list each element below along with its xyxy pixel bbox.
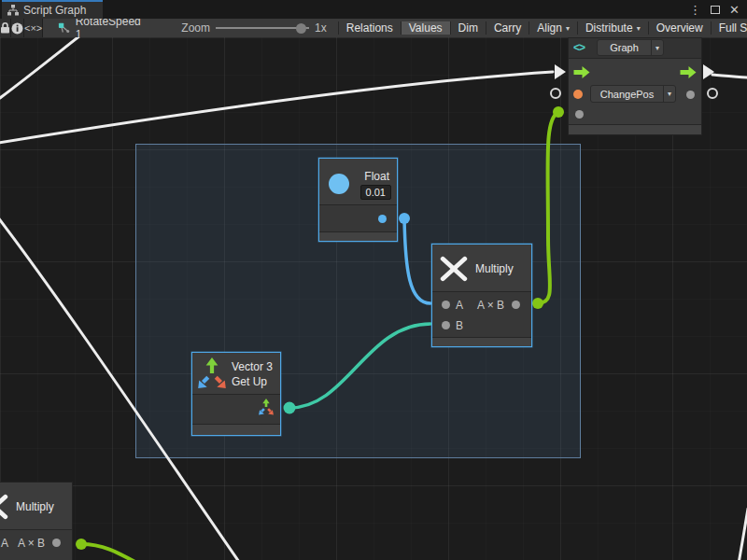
vector3-footer [192,424,280,435]
getup-subtitle: Get Up [232,375,267,388]
multiply-out-label: A × B [477,299,504,312]
maximize-icon[interactable] [711,4,720,16]
float-out-port[interactable] [378,215,387,223]
wire-green-endpoint-bottom [532,298,543,309]
value-in-port[interactable] [575,110,584,119]
vector3-getup-node[interactable]: Vector 3 Get Up [191,352,281,436]
script-graph-window: Script Graph ⋮ ✕ <×> [0,0,747,560]
graph-ref-label: RotateSpeed 1 [76,19,143,37]
wire-white-upper-left [0,37,80,98]
close-icon[interactable]: ✕ [729,4,740,16]
set-variable-footer [569,124,701,134]
float-node[interactable]: Float 0.01 [318,158,398,242]
control-out-port[interactable] [680,66,697,78]
set-variable-header: <> Graph ▾ [569,38,701,59]
tab-bar: Script Graph ⋮ ✕ [0,0,747,19]
zoom-slider-handle[interactable] [296,23,306,34]
distribute-button[interactable]: Distribute ▾ [577,21,648,35]
zoom-value: 1x [315,21,327,35]
value-out-port[interactable] [686,91,695,99]
dropdown-caret-icon: ▾ [566,24,570,33]
vector3-icon [197,357,227,390]
wire-float-to-multiply-a [404,218,430,303]
dropdown-caret-icon: ▾ [651,40,663,55]
wire-white-out-setvar [712,75,747,77]
variable-name-dropdown[interactable]: ChangePos ▾ [590,85,676,103]
variable-kind-dropdown[interactable]: Graph ▾ [597,39,664,56]
multiply-icon [440,256,468,282]
overview-button[interactable]: Overview [648,21,711,35]
align-button[interactable]: Align ▾ [529,21,577,35]
zoom-slider-track [216,27,309,29]
multiply-icon [0,494,8,520]
info-button[interactable] [11,19,24,37]
info-icon [11,22,23,35]
wire-green-endpoint-top [553,106,564,118]
multiply-port-a[interactable] [442,301,450,309]
wire-teal-endpoint [284,402,296,414]
dropdown-caret-icon: ▾ [637,24,641,33]
multiply-port-b-label: B [456,319,463,332]
multiply2-out-label: A × B [18,537,45,550]
set-variable-node[interactable]: <> Graph ▾ ChangePos ▾ [568,37,702,135]
variable-ref-port[interactable] [573,90,583,99]
control-in-port[interactable] [573,66,590,78]
zoom-label: Zoom [181,21,210,35]
carry-button[interactable]: Carry [486,21,529,35]
relations-button[interactable]: Relations [338,21,401,35]
wire-arrowhead-in [555,64,566,79]
wire-white-bottom-right [732,509,747,560]
multiply2-port-a-label: A [1,537,8,550]
wire-green2-endpoint [76,539,87,550]
vector3-title: Vector 3 [232,360,273,373]
tab-script-graph[interactable]: Script Graph [2,0,103,19]
float-footer [319,231,397,241]
lock-icon [0,22,10,34]
port-ring-left [551,89,560,98]
values-button[interactable]: Values [401,21,450,35]
multiply2-out-port[interactable] [52,539,61,547]
vector3-header: Vector 3 Get Up [192,353,280,395]
window-menu-icon[interactable]: ⋮ [689,4,701,16]
wire-blue-endpoint [399,213,410,224]
float-header: Float 0.01 [319,159,397,205]
graph-code-icon: <> [573,41,585,54]
multiply-title: Multiply [475,262,514,275]
wire-getup-to-multiply-b [289,324,430,408]
wire-multiply2-out [81,544,140,560]
graph-reference[interactable]: RotateSpeed 1 [43,19,151,37]
float-icon [329,174,349,194]
zoom-control: Zoom 1x [151,21,331,35]
wire-white-into-setvar [0,72,553,143]
code-edit-icon: <×> [24,22,42,34]
window-controls: ⋮ ✕ [689,0,747,19]
wire-multiply-to-setvar [538,112,558,303]
graph-ref-icon [58,21,70,35]
vector3-out-port[interactable] [258,399,275,415]
dim-button[interactable]: Dim [450,21,486,35]
multiply2-node[interactable]: Multiply A A × B [0,482,73,560]
fullscreen-button[interactable]: Full Screen [711,21,747,35]
script-graph-icon [7,5,19,16]
multiply2-title: Multiply [16,500,54,513]
dropdown-caret-icon: ▾ [663,86,675,102]
float-value-input[interactable]: 0.01 [360,185,391,200]
multiply-footer [432,337,531,346]
edit-code-button[interactable]: <×> [24,19,43,37]
wire-arrowhead-out [703,64,714,79]
multiply-node[interactable]: Multiply A A × B B [431,244,532,347]
float-title: Float [364,170,389,183]
multiply2-header: Multiply [0,483,72,530]
toolbar-buttons: Relations Values Dim Carry Align ▾ Distr… [338,21,747,35]
port-ring-right [708,89,717,98]
multiply-header: Multiply [432,245,531,292]
toolbar-main: RotateSpeed 1 Zoom 1x Relations Values D… [43,19,747,37]
zoom-slider[interactable] [216,22,309,34]
tab-title: Script Graph [23,4,86,17]
graph-toolbar: <×> RotateSpeed 1 Zoom 1x [0,19,747,37]
graph-canvas[interactable]: <> Graph ▾ ChangePos ▾ [0,37,747,560]
multiply-port-b[interactable] [442,321,450,329]
multiply-port-a-label: A [456,299,463,312]
lock-button[interactable] [0,19,11,37]
multiply-out-port[interactable] [512,301,520,309]
